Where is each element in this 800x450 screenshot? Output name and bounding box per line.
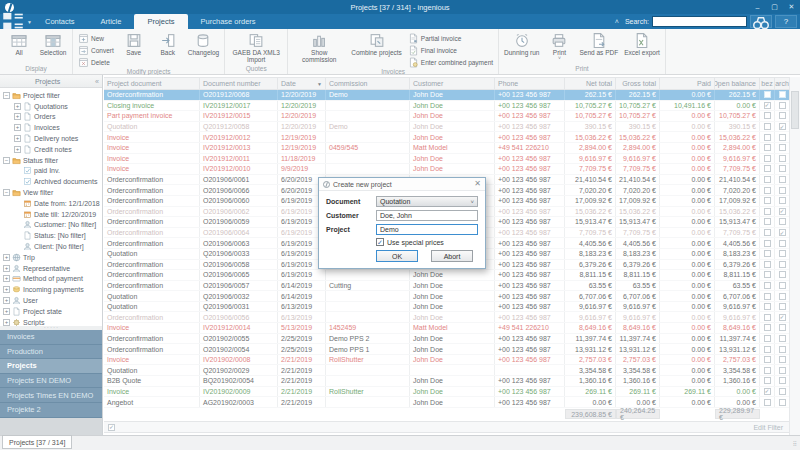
back-button[interactable]: Back: [151, 30, 185, 56]
table-row[interactable]: QuotationQ201906/00316/13/2019John Doe+0…: [104, 302, 790, 313]
plus-expander-icon[interactable]: +: [14, 113, 21, 120]
tree-item-view-filter[interactable]: −View filter: [0, 187, 102, 198]
arch-checkbox[interactable]: [779, 134, 786, 141]
bez-checkbox[interactable]: [764, 261, 771, 268]
plus-expander-icon[interactable]: +: [3, 297, 10, 304]
partial-invoice-button[interactable]: Partial invoice: [405, 32, 496, 44]
table-row[interactable]: OrderconfirmationO201902/00542/25/2019De…: [104, 344, 790, 355]
tab-article[interactable]: Article: [88, 14, 135, 29]
arch-checkbox[interactable]: [779, 282, 786, 289]
show-commission-button[interactable]: Show commission: [290, 30, 348, 63]
bez-checkbox[interactable]: [764, 346, 771, 353]
tree-item-representative[interactable]: +Representative: [0, 263, 102, 274]
changelog-button[interactable]: Changelog: [185, 30, 222, 56]
table-row[interactable]: QuotationQ201906/00326/14/2019John Doe+0…: [104, 291, 790, 302]
combine-projects-button[interactable]: Combine projects: [348, 30, 405, 56]
minimize-button[interactable]: –: [749, 0, 766, 14]
column-header-gross-total[interactable]: Gross total: [616, 78, 660, 89]
bez-checkbox[interactable]: [764, 134, 771, 141]
tree-item-credit-notes[interactable]: +Credit notes: [0, 144, 102, 155]
table-row[interactable]: InvoiceIV201902/00082/21/2019RollShutter…: [104, 355, 790, 366]
tab-projects[interactable]: Projects: [134, 14, 187, 29]
bez-checkbox[interactable]: ✓: [764, 388, 771, 395]
column-header-arch[interactable]: arch: [775, 78, 790, 89]
dialog-title-bar[interactable]: Create new project ✕: [319, 178, 485, 191]
table-row[interactable]: OrderconfirmationO201906/00576/14/2019Cu…: [104, 281, 790, 292]
column-header-commission[interactable]: Commission: [326, 78, 410, 89]
arch-checkbox[interactable]: ✓: [779, 123, 786, 130]
table-row[interactable]: InvoiceIV201912/001111/18/2019John Doe+0…: [104, 154, 790, 165]
plus-expander-icon[interactable]: +: [3, 275, 10, 282]
bez-checkbox[interactable]: [764, 176, 771, 183]
tree-item-date-till-12-20-2019[interactable]: −Date till: 12/20/2019: [0, 209, 102, 220]
tree-item-customer-no-filter[interactable]: −Customer: [No filter]: [0, 220, 102, 231]
plus-expander-icon[interactable]: +: [3, 286, 10, 293]
tree-item-client-no-filter[interactable]: −Client: [No filter]: [0, 241, 102, 252]
bez-checkbox[interactable]: [764, 377, 771, 384]
arch-checkbox[interactable]: [779, 399, 786, 406]
arch-checkbox[interactable]: [779, 91, 786, 98]
nav-item-production[interactable]: Production: [0, 345, 102, 360]
bez-checkbox[interactable]: [764, 314, 771, 321]
arch-checkbox[interactable]: [779, 303, 786, 310]
table-row[interactable]: QuotationQ201912/005812/20/2019DemoJohn …: [104, 122, 790, 133]
arch-checkbox[interactable]: [779, 240, 786, 247]
search-input[interactable]: [652, 16, 747, 27]
arch-checkbox[interactable]: [779, 250, 786, 257]
application-menu-button[interactable]: ▼: [0, 14, 32, 29]
excel-export-button[interactable]: Excel export: [621, 30, 663, 56]
new-button[interactable]: New: [75, 32, 117, 44]
save-button[interactable]: Save: [117, 30, 151, 56]
abort-button[interactable]: Abort: [431, 250, 473, 262]
selection-button[interactable]: Selection: [36, 30, 70, 56]
arch-checkbox[interactable]: [779, 176, 786, 183]
arch-checkbox[interactable]: ✓: [779, 314, 786, 321]
dialog-close-icon[interactable]: ✕: [474, 180, 481, 188]
nav-item-projects[interactable]: Projects: [0, 359, 102, 374]
arch-checkbox[interactable]: [779, 261, 786, 268]
status-tab[interactable]: Projects [37 / 314]: [2, 435, 72, 449]
table-row[interactable]: InvoiceIV201912/00109/9/2019John Doe+00 …: [104, 164, 790, 175]
arch-checkbox[interactable]: [779, 324, 786, 331]
table-row[interactable]: AngebotAG201902/00032/21/2019John Doe+00…: [104, 397, 790, 408]
plus-expander-icon[interactable]: +: [14, 103, 21, 110]
table-row[interactable]: Closing invoiceIV201912/001712/20/2019Jo…: [104, 101, 790, 112]
table-row[interactable]: OrderconfirmationO201906/00656/19/2019Jo…: [104, 270, 790, 281]
arch-checkbox[interactable]: [779, 144, 786, 151]
delete-button[interactable]: Delete: [75, 56, 117, 68]
tree-item-date-from-12-1-2018[interactable]: −Date from: 12/1/2018: [0, 198, 102, 209]
vertical-scrollbar[interactable]: [789, 77, 800, 435]
tree-item-project-state[interactable]: +Project state: [0, 306, 102, 317]
tab-purchase-orders[interactable]: Purchase orders: [188, 14, 269, 29]
bez-checkbox[interactable]: [764, 282, 771, 289]
column-header-project-document[interactable]: Project document: [104, 78, 200, 89]
scrollbar-thumb[interactable]: [791, 91, 799, 129]
tree-item-trip[interactable]: +Trip: [0, 252, 102, 263]
plus-expander-icon[interactable]: +: [3, 254, 10, 261]
arch-checkbox[interactable]: [779, 293, 786, 300]
bez-checkbox[interactable]: ✓: [764, 102, 771, 109]
column-header-document-number[interactable]: Document number: [200, 78, 278, 89]
bez-checkbox[interactable]: [764, 293, 771, 300]
tree-item-project-filter[interactable]: −Project filter: [0, 90, 102, 101]
tree-item-archived-documents[interactable]: −Archived documents: [0, 176, 102, 187]
arch-checkbox[interactable]: [779, 112, 786, 119]
document-select[interactable]: Quotation ˅: [376, 196, 478, 207]
tree-item-orders[interactable]: +Orders: [0, 112, 102, 123]
arch-checkbox[interactable]: [779, 346, 786, 353]
arch-checkbox[interactable]: [779, 218, 786, 225]
arch-checkbox[interactable]: [779, 377, 786, 384]
use-special-prices-checkbox[interactable]: ✓: [376, 238, 384, 246]
nav-item-invoices[interactable]: Invoices: [0, 330, 102, 345]
tab-contacts[interactable]: Contacts: [32, 14, 88, 29]
filter-enabled-checkbox[interactable]: ✓: [108, 424, 115, 431]
table-row[interactable]: InvoiceIV201902/00092/21/2019RollShutter…: [104, 387, 790, 398]
tree-item-user[interactable]: +User: [0, 295, 102, 306]
table-row[interactable]: Part payment invoiceIV201912/001512/20/2…: [104, 111, 790, 122]
bez-checkbox[interactable]: [764, 229, 771, 236]
table-row[interactable]: InvoiceIV201912/00145/13/20191452459Matt…: [104, 323, 790, 334]
table-row[interactable]: OrderconfirmationO201906/00566/13/2019Jo…: [104, 312, 790, 323]
arch-checkbox[interactable]: [779, 165, 786, 172]
customer-field[interactable]: [376, 210, 478, 221]
ok-button[interactable]: OK: [376, 250, 418, 262]
